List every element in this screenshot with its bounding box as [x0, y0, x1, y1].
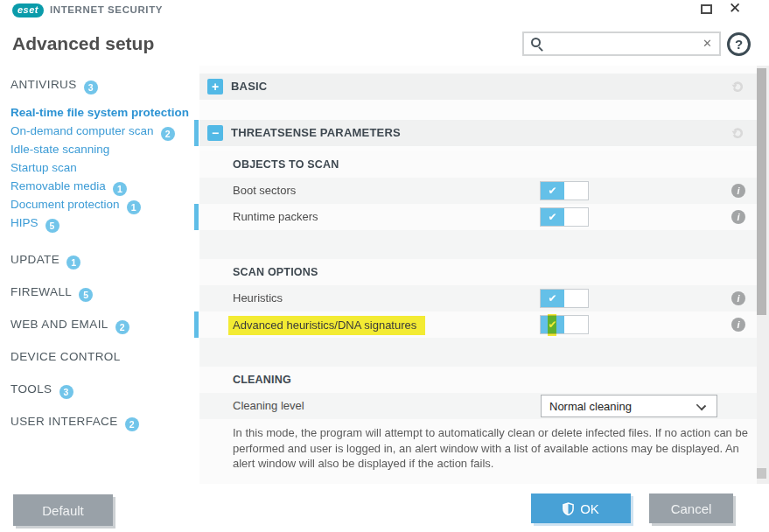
sidebar-item-idle-state-scanning[interactable]: Idle-state scanning — [10, 141, 109, 157]
count-badge: 2 — [125, 417, 139, 431]
maximize-icon[interactable] — [701, 4, 712, 14]
section-header-basic[interactable]: + BASIC — [199, 74, 757, 100]
section-gap — [199, 338, 757, 367]
count-badge: 1 — [127, 200, 141, 214]
uac-shield-icon — [563, 502, 574, 515]
sidebar-item-document-protection[interactable]: Document protection1 — [10, 196, 141, 212]
sidebar-label: DEVICE CONTROL — [10, 350, 121, 363]
count-badge: 3 — [59, 385, 73, 399]
info-icon[interactable]: i — [731, 184, 745, 198]
count-badge: 1 — [113, 182, 127, 196]
search-input[interactable] — [547, 34, 696, 53]
ok-button[interactable]: OK — [531, 494, 631, 523]
revert-icon[interactable] — [731, 80, 745, 94]
sidebar-item-update[interactable]: UPDATE1 — [10, 251, 80, 267]
sidebar-label: HIPS — [10, 216, 38, 229]
sidebar-item-device-control[interactable]: DEVICE CONTROL — [10, 348, 121, 364]
subsection-title: SCAN OPTIONS — [233, 259, 318, 285]
eset-logo: eset — [12, 4, 44, 18]
product-name: INTERNET SECURITY — [50, 4, 163, 15]
highlight-mark — [548, 314, 556, 336]
default-button-label: Default — [42, 503, 84, 518]
check-icon: ✔ — [541, 182, 564, 200]
count-badge: 2 — [115, 320, 129, 334]
chevron-down-icon — [696, 401, 706, 410]
check-icon: ✔ — [541, 290, 564, 307]
info-icon[interactable]: i — [731, 318, 745, 332]
modified-indicator — [194, 120, 199, 146]
sidebar-item-web-and-email[interactable]: WEB AND EMAIL2 — [10, 316, 129, 332]
setting-description: In this mode, the program will attempt t… — [233, 425, 758, 472]
setting-row-advanced-heuristics: Advanced heuristics/DNA signatures ✔ i — [199, 312, 757, 338]
sidebar-item-on-demand-scan[interactable]: On-demand computer scan2 — [10, 122, 175, 138]
toggle-on[interactable]: ✔ — [540, 181, 589, 200]
expand-plus-icon[interactable]: + — [207, 79, 223, 94]
count-badge: 1 — [66, 256, 80, 270]
subsection-title: CLEANING — [233, 367, 291, 393]
count-badge: 2 — [161, 127, 175, 141]
setting-label-highlighted: Advanced heuristics/DNA signatures — [228, 316, 425, 335]
section-header-label: BASIC — [231, 74, 267, 100]
default-button[interactable]: Default — [13, 494, 113, 526]
search-box[interactable]: ✕ — [522, 32, 721, 56]
help-icon[interactable]: ? — [727, 32, 751, 56]
section-gap — [199, 230, 757, 259]
sidebar-item-removable-media[interactable]: Removable media1 — [10, 178, 127, 193]
setting-label: Runtime packers — [233, 204, 318, 230]
cancel-button-label: Cancel — [671, 501, 712, 516]
count-badge: 5 — [79, 288, 93, 302]
sidebar-label: ANTIVIRUS — [10, 78, 77, 91]
setting-row-runtime-packers: Runtime packers ✔ i — [199, 204, 757, 230]
sidebar-label: UPDATE — [10, 253, 59, 266]
subsection-title-row: SCAN OPTIONS — [199, 259, 757, 285]
search-clear-icon[interactable]: ✕ — [703, 37, 712, 50]
sidebar-item-antivirus[interactable]: ANTIVIRUS3 — [10, 76, 98, 92]
sidebar-label: On-demand computer scan — [10, 124, 154, 137]
setting-label: Cleaning level — [233, 393, 304, 419]
count-badge: 5 — [45, 219, 59, 233]
sidebar-label: TOOLS — [10, 382, 52, 396]
sidebar-label: Document protection — [10, 198, 120, 211]
info-icon[interactable]: i — [731, 291, 745, 305]
sidebar-item-hips[interactable]: HIPS5 — [10, 214, 59, 230]
scrollbar-thumb[interactable] — [757, 68, 766, 315]
ok-button-label: OK — [580, 501, 599, 516]
sidebar-item-startup-scan[interactable]: Startup scan — [10, 159, 77, 175]
revert-icon[interactable] — [731, 126, 745, 140]
subsection-title-row: OBJECTS TO SCAN — [199, 151, 757, 178]
close-icon[interactable]: ✕ — [729, 1, 741, 17]
cancel-button[interactable]: Cancel — [649, 494, 733, 523]
page-title: Advanced setup — [12, 33, 154, 54]
sidebar-item-tools[interactable]: TOOLS3 — [10, 381, 73, 396]
sidebar-label: FIREWALL — [10, 285, 72, 298]
dropdown-value: Normal cleaning — [549, 400, 632, 413]
sidebar-label: Removable media — [10, 179, 106, 192]
section-header-threatsense-parameters[interactable]: − THREATSENSE PARAMETERS — [199, 120, 757, 146]
count-badge: 3 — [84, 80, 98, 94]
collapse-minus-icon[interactable]: − — [207, 125, 223, 141]
subsection-title: OBJECTS TO SCAN — [233, 151, 339, 178]
toggle-on[interactable]: ✔ — [540, 289, 589, 308]
sidebar-item-user-interface[interactable]: USER INTERFACE2 — [10, 413, 139, 429]
sidebar-label: Startup scan — [10, 161, 77, 174]
setting-label: Heuristics — [233, 285, 283, 312]
setting-description-block: In this mode, the program will attempt t… — [199, 419, 757, 484]
setting-row-boot-sectors: Boot sectors ✔ i — [199, 178, 757, 204]
toggle-on[interactable]: ✔ — [540, 207, 589, 227]
toggle-on[interactable]: ✔ — [540, 315, 589, 334]
sidebar-label: WEB AND EMAIL — [10, 318, 108, 331]
sidebar-label-selected: Real-time file system protection — [10, 106, 189, 119]
cleaning-level-dropdown[interactable]: Normal cleaning — [541, 395, 717, 417]
scrollbar-segment — [757, 468, 766, 479]
setting-row-cleaning-level: Cleaning level Normal cleaning — [199, 393, 757, 419]
advanced-setup-window: eset INTERNET SECURITY ✕ Advanced setup … — [0, 0, 769, 532]
section-header-label: THREATSENSE PARAMETERS — [231, 120, 401, 146]
setting-label: Boot sectors — [233, 178, 296, 204]
scrollbar-track[interactable] — [757, 66, 769, 484]
sidebar-label: USER INTERFACE — [10, 415, 118, 428]
setting-row-heuristics: Heuristics ✔ i — [199, 285, 757, 312]
sidebar-item-firewall[interactable]: FIREWALL5 — [10, 284, 93, 299]
subsection-title-row: CLEANING — [199, 367, 757, 393]
info-icon[interactable]: i — [731, 210, 745, 224]
sidebar-item-realtime-protection[interactable]: Real-time file system protection — [10, 104, 189, 120]
